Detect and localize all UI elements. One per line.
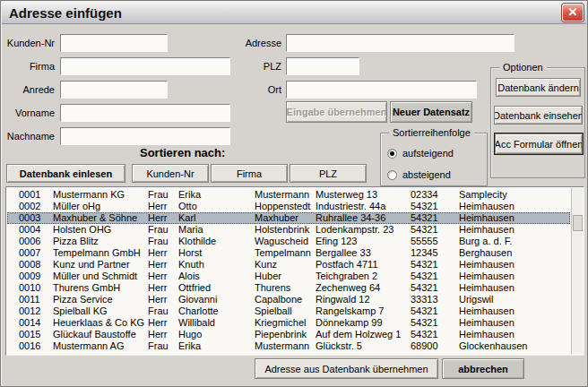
read-database-button[interactable]: Datenbank einlesen bbox=[6, 164, 125, 183]
radio-descending-icon[interactable] bbox=[387, 170, 397, 180]
table-row[interactable]: 0003Maxhuber & SöhneHerrKarlMaxhuberRuhr… bbox=[7, 212, 570, 224]
nachname-label: Nachname bbox=[1, 127, 55, 145]
table-cell: 12345 bbox=[411, 247, 438, 259]
table-row[interactable]: 0004Holsten OHGFrauMariaHolstenbrinkLode… bbox=[7, 224, 570, 236]
table-cell: 54321 bbox=[411, 305, 438, 317]
table-cell: Tempelmann bbox=[255, 247, 311, 259]
sort-ascending-label: aufsteigend bbox=[402, 148, 454, 159]
table-cell: 54321 bbox=[411, 201, 438, 212]
apply-entry-button[interactable]: Eingabe übernehmen bbox=[286, 101, 387, 123]
table-cell: 0016 bbox=[19, 340, 40, 352]
table-cell: 02334 bbox=[411, 189, 438, 201]
table-cell: 0008 bbox=[19, 259, 40, 271]
table-cell: Teichgraben 2 bbox=[316, 271, 377, 282]
table-cell: Holsten OHG bbox=[53, 224, 111, 236]
anrede-field[interactable] bbox=[60, 81, 168, 99]
radio-ascending-icon[interactable] bbox=[387, 149, 397, 159]
table-row[interactable]: 0006Pizza BlitzFrauKlothildeWaguscheidEf… bbox=[7, 236, 570, 247]
vorname-field[interactable] bbox=[60, 104, 230, 122]
table-cell: Maxhuber bbox=[255, 212, 298, 224]
sort-by-plz-button[interactable]: PLZ bbox=[290, 164, 367, 183]
sort-descending-option[interactable]: absteigend bbox=[387, 169, 451, 180]
table-cell: 0002 bbox=[19, 201, 40, 212]
table-scrollbar[interactable] bbox=[571, 188, 583, 354]
options-group-title: Optionen bbox=[499, 62, 547, 73]
title-bar: Adresse einfügen bbox=[2, 2, 586, 24]
table-row[interactable]: 0002Müller oHgHerrOttoHoppenstedtIndustr… bbox=[7, 201, 570, 212]
table-cell: Ringwald 12 bbox=[316, 294, 370, 305]
table-cell: Herr bbox=[148, 282, 167, 294]
table-cell: Ottfried bbox=[178, 282, 211, 294]
sort-ascending-option[interactable]: aufsteigend bbox=[387, 148, 454, 159]
table-cell: Glückstr. 5 bbox=[316, 340, 362, 352]
table-cell: Dönnekamp 99 bbox=[316, 317, 383, 329]
table-cell: Heimhausen bbox=[459, 212, 514, 224]
table-row[interactable]: 0001Mustermann KGFrauErikaMustermannMust… bbox=[7, 189, 570, 201]
table-cell: Capalbone bbox=[255, 294, 302, 305]
table-cell: Mustermann bbox=[255, 340, 309, 352]
table-cell: Glückauf Baustoffe bbox=[53, 329, 136, 340]
table-cell: 0001 bbox=[19, 189, 40, 201]
table-cell: Charlotte bbox=[178, 305, 219, 317]
change-database-button[interactable]: Datenbank ändern bbox=[496, 78, 581, 97]
table-row[interactable]: 0007Tempelmann GmbHHerrHorstTempelmannBe… bbox=[7, 247, 570, 259]
table-cell: Efing 123 bbox=[316, 236, 357, 247]
close-icon[interactable]: ✕ bbox=[562, 4, 584, 22]
table-cell: Willibald bbox=[178, 317, 215, 329]
new-record-button[interactable]: Neuer Datensatz bbox=[390, 101, 472, 123]
table-cell: Bergallee 33 bbox=[316, 247, 371, 259]
table-cell: Holstenbrink bbox=[255, 224, 309, 236]
table-cell: Heimhausen bbox=[459, 201, 514, 212]
view-database-button[interactable]: Datenbank einsehen bbox=[494, 106, 583, 125]
table-cell: 0004 bbox=[19, 224, 40, 236]
adresse-field[interactable] bbox=[286, 34, 514, 52]
table-cell: Maxhuber & Söhne bbox=[53, 212, 137, 224]
table-cell: Otto bbox=[178, 201, 197, 212]
sort-by-firma-button[interactable]: Firma bbox=[211, 164, 288, 183]
kunden-nr-field[interactable] bbox=[60, 34, 168, 52]
table-cell: Kriegmichel bbox=[255, 317, 306, 329]
table-row[interactable]: 0012Spielball KGFrauCharlotteSpielballRa… bbox=[7, 305, 570, 317]
firma-field[interactable] bbox=[60, 57, 230, 75]
table-cell: Thurens GmbH bbox=[53, 282, 120, 294]
table-cell: Samplecity bbox=[459, 189, 507, 201]
ort-field[interactable] bbox=[286, 81, 477, 99]
table-cell: 54321 bbox=[411, 259, 438, 271]
table-cell: Musterweg 13 bbox=[316, 189, 377, 201]
kunden-nr-label: Kunden-Nr bbox=[1, 34, 55, 52]
table-row[interactable]: 0009Müller und SchmidtHerrAloisHuberTeic… bbox=[7, 271, 570, 282]
cancel-button[interactable]: abbrechen bbox=[442, 358, 524, 379]
nachname-field[interactable] bbox=[60, 127, 230, 145]
table-cell: 54321 bbox=[411, 317, 438, 329]
table-row[interactable]: 0011Pizza ServiceHerrGiovanniCapalboneRi… bbox=[7, 294, 570, 305]
table-cell: Postfach 4711 bbox=[316, 259, 378, 271]
table-cell: 0007 bbox=[19, 247, 40, 259]
table-cell: Herr bbox=[148, 271, 167, 282]
table-row[interactable]: 0008Kunz und PartnerHerrKnuthKunzPostfac… bbox=[7, 259, 570, 271]
table-cell: Rangelskamp 7 bbox=[316, 305, 384, 317]
table-cell: 54321 bbox=[411, 224, 438, 236]
table-cell: Heimhausen bbox=[459, 305, 514, 317]
table-cell: Frau bbox=[148, 340, 169, 352]
sort-by-heading: Sortieren nach: bbox=[140, 146, 225, 159]
table-cell: Klothilde bbox=[178, 236, 216, 247]
table-cell: 55555 bbox=[411, 236, 438, 247]
table-cell: Tempelmann GmbH bbox=[53, 247, 141, 259]
open-acc-form-button[interactable]: Acc Formular öffnen bbox=[495, 133, 583, 154]
table-row[interactable]: 0016Mustermann AGFrauErikaMustermannGlüc… bbox=[7, 340, 570, 352]
address-table[interactable]: 0001Mustermann KGFrauErikaMustermannMust… bbox=[5, 186, 584, 356]
table-cell: Erika bbox=[178, 189, 201, 201]
plz-field[interactable] bbox=[286, 57, 359, 75]
table-row[interactable]: 0015Glückauf BaustoffeHerrHugoPiepenbrin… bbox=[7, 329, 570, 340]
table-row[interactable]: 0014Heuerklaas & Co KGHerrWillibaldKrieg… bbox=[7, 317, 570, 329]
table-cell: Berghausen bbox=[459, 247, 512, 259]
table-cell: Mustermann AG bbox=[53, 340, 124, 352]
table-cell: Heimhausen bbox=[459, 259, 514, 271]
table-row[interactable]: 0010Thurens GmbHHerrOttfriedThurensZeche… bbox=[7, 282, 570, 294]
table-cell: Herr bbox=[148, 329, 167, 340]
table-cell: Heimhausen bbox=[459, 271, 514, 282]
scrollbar-thumb[interactable] bbox=[573, 215, 583, 231]
table-cell: 0015 bbox=[19, 329, 40, 340]
sort-by-kunden-nr-button[interactable]: Kunden-Nr bbox=[132, 164, 209, 183]
accept-address-button[interactable]: Adresse aus Datenbank übernehmen bbox=[255, 358, 438, 379]
